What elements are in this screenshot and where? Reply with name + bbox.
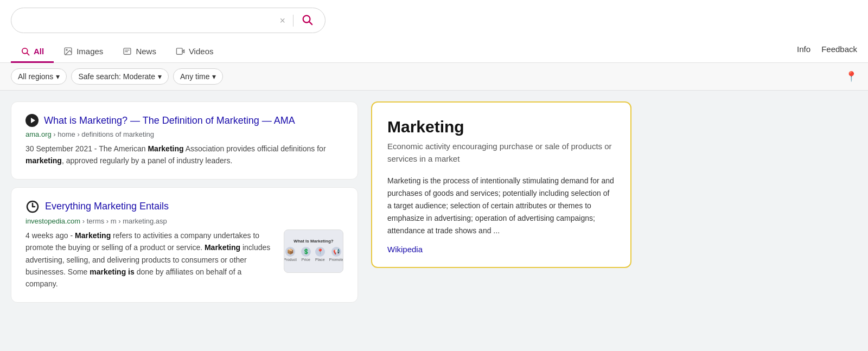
- thumb-title: What Is Marketing?: [293, 239, 333, 244]
- search-submit-button[interactable]: [299, 14, 315, 27]
- tab-images[interactable]: Images: [54, 41, 113, 63]
- thumb-icon-product: 📦 Product: [284, 247, 297, 261]
- feedback-link[interactable]: Feedback: [821, 44, 857, 54]
- filter-time[interactable]: Any time ▾: [173, 68, 223, 85]
- search-box: what is marketing ×: [11, 8, 326, 33]
- location-icon[interactable]: 📍: [845, 71, 857, 82]
- result-title-row-2: Everything Marketing Entails: [25, 200, 343, 214]
- search-row: what is marketing ×: [11, 8, 857, 33]
- info-link[interactable]: Info: [797, 44, 810, 54]
- result-card-1: What is Marketing? — The Definition of M…: [11, 101, 358, 180]
- tab-all[interactable]: All: [11, 41, 54, 63]
- nav-row: All Images News: [11, 41, 857, 62]
- result-card-2: Everything Marketing Entails investopedi…: [11, 187, 358, 303]
- tab-news[interactable]: News: [113, 41, 166, 63]
- result2-thumbnail: What Is Marketing? 📦 Product 💲 Price 📍: [284, 229, 343, 273]
- info-panel-description: Marketing is the process of intentionall…: [387, 175, 615, 237]
- result-title-row-1: What is Marketing? — The Definition of M…: [25, 114, 343, 127]
- thumb-icon-promote: 📢 Promote: [329, 247, 343, 261]
- info-panel-subtitle: Economic activity encouraging purchase o…: [387, 141, 615, 165]
- top-bar: what is marketing × All: [0, 0, 868, 63]
- result2-content: 4 weeks ago - Marketing refers to activi…: [25, 229, 343, 290]
- images-icon: [63, 47, 73, 56]
- nav-tabs: All Images News: [11, 41, 797, 62]
- videos-icon: [176, 47, 185, 56]
- filter-regions[interactable]: All regions ▾: [11, 68, 67, 85]
- info-panel: Marketing Economic activity encouraging …: [371, 101, 631, 268]
- main-content: What is Marketing? — The Definition of M…: [0, 91, 846, 321]
- nav-right: Info Feedback: [797, 44, 857, 59]
- search-input[interactable]: what is marketing: [21, 15, 272, 26]
- svg-line-1: [309, 22, 312, 24]
- svg-point-5: [66, 49, 67, 50]
- result2-snippet: 4 weeks ago - Marketing refers to activi…: [25, 229, 275, 290]
- thumb-icons: 📦 Product 💲 Price 📍 Place 📢: [284, 247, 343, 261]
- info-panel-title: Marketing: [387, 118, 615, 136]
- all-search-icon: [21, 47, 30, 56]
- results-column: What is Marketing? — The Definition of M…: [11, 101, 358, 310]
- info-panel-wikipedia-link[interactable]: Wikipedia: [387, 245, 423, 254]
- result1-play-icon: [25, 114, 39, 127]
- result1-url: ama.org › home › definitions of marketin…: [25, 130, 343, 138]
- thumb-icon-price: 💲 Price: [301, 247, 311, 261]
- filter-safesearch[interactable]: Safe search: Moderate ▾: [71, 68, 169, 85]
- news-icon: [123, 47, 132, 56]
- result2-title[interactable]: Everything Marketing Entails: [45, 201, 169, 212]
- tab-videos[interactable]: Videos: [166, 41, 224, 63]
- search-icon: [301, 14, 313, 25]
- result2-url: investopedia.com › terms › m › marketing…: [25, 217, 343, 225]
- clear-button[interactable]: ×: [277, 16, 288, 25]
- filter-bar: All regions ▾ Safe search: Moderate ▾ An…: [0, 63, 868, 91]
- svg-line-3: [27, 53, 29, 55]
- result1-title[interactable]: What is Marketing? — The Definition of M…: [44, 115, 295, 126]
- result1-snippet: 30 September 2021 - The American Marketi…: [25, 143, 343, 167]
- search-divider: [293, 15, 293, 27]
- result2-snippet-text: 4 weeks ago - Marketing refers to activi…: [25, 229, 275, 290]
- thumb-icon-place: 📍 Place: [315, 247, 325, 261]
- result2-refresh-icon: [25, 200, 40, 214]
- svg-rect-9: [176, 48, 182, 54]
